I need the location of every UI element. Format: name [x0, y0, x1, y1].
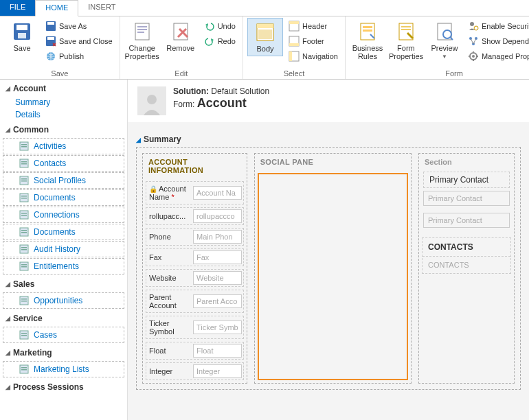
sidebar-item-social-profiles[interactable]: Social Profiles	[3, 172, 124, 189]
sidebar-item-activities[interactable]: Activities	[3, 138, 124, 154]
svg-rect-47	[21, 196, 27, 197]
redo-button[interactable]: Redo	[201, 34, 238, 48]
form-canvas: Solution: Default Solution Form: Account…	[128, 80, 529, 420]
sidebar-item-contacts[interactable]: Contacts	[3, 155, 124, 172]
remove-button[interactable]: Remove	[163, 18, 199, 55]
right-column[interactable]: Section Primary Contact Primary Contact …	[418, 153, 515, 384]
field-label: Integer	[148, 366, 190, 377]
field-input[interactable]: Fax	[193, 250, 242, 264]
field-row[interactable]: Parent AccountParent Acco	[146, 290, 244, 313]
header-button[interactable]: Header	[286, 19, 341, 33]
svg-rect-45	[21, 180, 27, 182]
field-row[interactable]: WebsiteWebsite	[146, 269, 244, 287]
field-row[interactable]: FaxFax	[146, 248, 244, 266]
account-information-column[interactable]: ACCOUNT INFORMATION 🔒Account Name *Accou…	[142, 153, 247, 384]
field-input[interactable]: Website	[193, 271, 242, 285]
svg-rect-65	[21, 333, 27, 334]
sidebar-item-documents[interactable]: Documents	[3, 189, 124, 206]
contacts-section-title[interactable]: CONTACTS	[423, 238, 510, 257]
social-pane-selected[interactable]	[258, 173, 408, 380]
primary-contact-field[interactable]: Primary Contact	[423, 191, 510, 206]
managed-properties-button[interactable]: Managed Properties	[465, 49, 529, 63]
nav-summary[interactable]: Summary	[0, 96, 127, 108]
nav-marketing-header[interactable]: ◢Marketing	[0, 344, 127, 360]
business-rules-button[interactable]: Business Rules	[350, 18, 385, 63]
tab-home[interactable]: HOME	[35, 0, 78, 16]
tab-insert[interactable]: INSERT	[78, 0, 125, 16]
field-input[interactable]: Account Na	[193, 186, 242, 200]
navigation-button[interactable]: Navigation	[286, 49, 341, 63]
body-button[interactable]: Body	[247, 18, 283, 56]
save-and-close-button[interactable]: Save and Close	[43, 34, 115, 48]
svg-rect-21	[289, 51, 292, 61]
svg-rect-15	[258, 30, 272, 39]
preview-button[interactable]: Preview ▼	[427, 18, 462, 62]
field-label: Parent Account	[148, 292, 190, 311]
svg-rect-4	[47, 22, 54, 25]
primary-contact-field-2[interactable]: Primary Contact	[423, 213, 510, 228]
field-input[interactable]: Float	[193, 344, 242, 358]
svg-rect-54	[21, 232, 27, 233]
field-input[interactable]: Integer	[193, 364, 242, 378]
ribbon-group-select: Body Header Footer Navigation Select	[243, 16, 346, 79]
contacts-subgrid[interactable]: CONTACTS	[423, 257, 510, 273]
sidebar-item-marketing-lists[interactable]: Marketing Lists	[3, 361, 124, 377]
svg-rect-48	[21, 198, 27, 199]
ribbon: Save Save As Save and Close Publish Save	[0, 16, 529, 80]
svg-rect-26	[401, 26, 411, 27]
svg-point-70	[147, 95, 157, 104]
undo-button[interactable]: Undo	[201, 19, 238, 33]
field-row[interactable]: rollupacc...rollupaccco	[146, 207, 244, 225]
lock-icon: 🔒	[149, 185, 157, 193]
field-row[interactable]: Ticker SymbolTicker Symb	[146, 316, 244, 339]
ribbon-group-save: Save Save As Save and Close Publish Save	[0, 16, 120, 79]
svg-rect-44	[21, 178, 27, 180]
field-row[interactable]: IntegerInteger	[146, 362, 244, 380]
triangle-icon: ◢	[5, 281, 10, 288]
svg-rect-38	[21, 144, 27, 145]
svg-rect-60	[21, 266, 27, 268]
svg-rect-14	[257, 24, 273, 28]
sidebar-item-cases[interactable]: Cases	[3, 327, 124, 343]
publish-button[interactable]: Publish	[43, 49, 115, 63]
nav-sales-header[interactable]: ◢Sales	[0, 275, 127, 292]
social-pane-column[interactable]: SOCIAL PANE	[254, 153, 412, 384]
sidebar-item-entitlements[interactable]: Entitlements	[3, 258, 124, 275]
primary-contact-label[interactable]: Primary Contact	[423, 172, 510, 188]
tab-file[interactable]: FILE	[0, 0, 35, 16]
svg-rect-57	[21, 249, 27, 250]
svg-rect-9	[137, 26, 147, 27]
triangle-icon: ◢	[5, 126, 10, 133]
field-input[interactable]: Main Phon	[193, 230, 242, 244]
svg-rect-23	[363, 26, 372, 28]
svg-rect-68	[21, 367, 27, 369]
sidebar: ◢Account Summary Details ◢Common Activit…	[0, 80, 128, 420]
svg-rect-62	[21, 299, 27, 300]
field-row[interactable]: PhoneMain Phon	[146, 228, 244, 246]
field-row[interactable]: FloatFloat	[146, 342, 244, 360]
footer-button[interactable]: Footer	[286, 34, 341, 48]
field-input[interactable]: rollupaccco	[193, 209, 242, 223]
entity-avatar-icon	[137, 86, 166, 115]
save-as-button[interactable]: Save As	[43, 19, 115, 33]
nav-common-header[interactable]: ◢Common	[0, 121, 127, 137]
sidebar-item-documents[interactable]: Documents	[3, 224, 124, 240]
sidebar-item-opportunities[interactable]: Opportunities	[3, 292, 124, 309]
sidebar-item-connections[interactable]: Connections	[3, 207, 124, 223]
nav-details[interactable]: Details	[0, 108, 127, 121]
change-properties-button[interactable]: Change Properties	[124, 18, 160, 63]
nav-process-header[interactable]: ◢Process Sessions	[0, 378, 127, 395]
summary-section-header[interactable]: ◢Summary	[136, 132, 521, 147]
save-button[interactable]: Save	[4, 18, 40, 55]
field-input[interactable]: Ticker Symb	[193, 320, 242, 334]
field-row[interactable]: 🔒Account Name *Account Na	[146, 181, 244, 205]
sidebar-item-audit-history[interactable]: Audit History	[3, 241, 124, 257]
field-input[interactable]: Parent Acco	[193, 294, 242, 308]
triangle-icon: ◢	[136, 137, 141, 143]
enable-security-roles-button[interactable]: Enable Security Roles	[465, 19, 529, 33]
nav-account-header[interactable]: ◢Account	[0, 80, 127, 96]
nav-service-header[interactable]: ◢Service	[0, 310, 127, 326]
form-name: Account	[197, 96, 247, 110]
show-dependencies-button[interactable]: Show Dependencies	[465, 34, 529, 48]
form-properties-button[interactable]: Form Properties	[388, 18, 424, 63]
